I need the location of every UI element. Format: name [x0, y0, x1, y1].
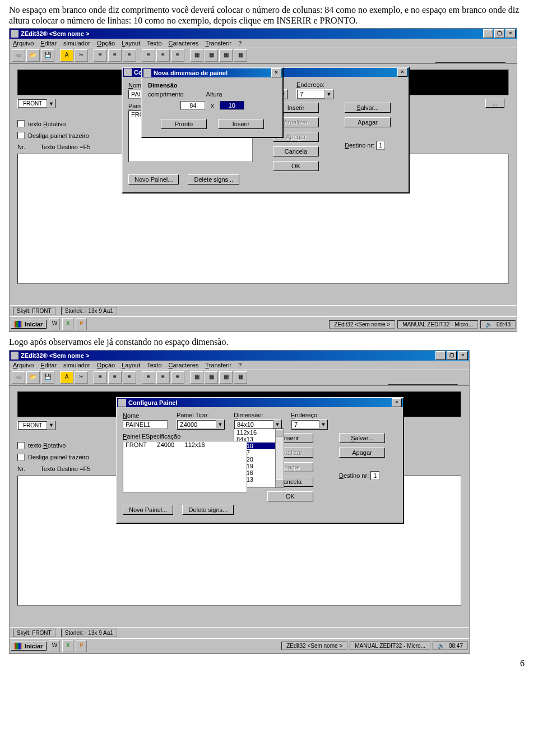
tool-a-icon[interactable]: A — [60, 371, 73, 384]
input-destino-nr[interactable]: 1 — [376, 141, 385, 150]
menu-arquivo[interactable]: AArquivorquivo — [13, 40, 34, 47]
task-button-manual[interactable]: MANUAL ZEDIT32 - Micro... — [350, 642, 430, 650]
input-comprimento[interactable]: 84 — [180, 101, 205, 110]
button-ok[interactable]: OK — [267, 491, 313, 501]
button-novo-painel[interactable]: Novo Painel... — [128, 174, 179, 185]
button-apagar2[interactable]: Apagar — [339, 448, 385, 458]
select-endereco[interactable]: 7▼ — [291, 420, 328, 430]
tool-icon-4[interactable]: ▦ — [234, 49, 247, 62]
tool-icon-2[interactable]: ▦ — [205, 49, 218, 62]
dialog-close-button[interactable]: × — [392, 398, 402, 407]
task-button-zedit[interactable]: ZEdit32 <Sem nome > — [329, 320, 395, 329]
open-icon[interactable]: 📂 — [26, 371, 40, 384]
start-button[interactable]: Iniciar — [11, 642, 47, 651]
button-delete-signs[interactable]: Delete signs... — [188, 174, 239, 185]
select-tipo[interactable]: Z4000▼ — [177, 420, 225, 430]
input-altura[interactable]: 10 — [220, 101, 244, 110]
menu-editar[interactable]: Editar — [40, 40, 57, 47]
dialog-close-button[interactable]: × — [271, 68, 281, 77]
valign-mid-icon[interactable]: ≡ — [156, 49, 170, 62]
valign-bottom-icon[interactable]: ≡ — [171, 371, 184, 384]
menu-help[interactable]: ? — [238, 40, 242, 47]
button-novo-painel[interactable]: Novo Painel... — [123, 505, 173, 515]
sign-selector[interactable]: FRONT ▼ — [17, 99, 55, 108]
close-button[interactable]: × — [505, 29, 516, 38]
menu-texto[interactable]: Texto — [147, 40, 161, 47]
tool-icon-1[interactable]: ▦ — [190, 49, 203, 62]
button-delete-signs[interactable]: Delete signs... — [182, 505, 234, 515]
tool-icon-3[interactable]: ▦ — [219, 49, 233, 62]
menu-opcao[interactable]: Opção — [97, 40, 115, 47]
open-icon[interactable]: 📂 — [26, 49, 40, 62]
tool-icon-2[interactable]: ▦ — [205, 371, 218, 384]
valign-bottom-icon[interactable]: ≡ — [171, 49, 184, 62]
menu-caracteres[interactable]: Caracteres — [169, 40, 199, 47]
button-cancela[interactable]: Cancela — [273, 146, 319, 156]
button-salvar[interactable]: Salvar... — [339, 433, 385, 443]
button-inserir-dim[interactable]: Inserir — [218, 119, 264, 129]
valign-top-icon[interactable]: ≡ — [142, 49, 155, 62]
sign-selector[interactable]: FRONT ▼ — [17, 421, 55, 430]
menu-transferir[interactable]: Transferir — [205, 362, 231, 368]
new-icon[interactable]: ▭ — [12, 371, 25, 384]
menu-transferir[interactable]: Transferir — [205, 40, 231, 47]
input-nome[interactable]: PAINEL1 — [123, 420, 168, 429]
select-endereco[interactable]: 7▼ — [296, 89, 333, 99]
align-right-icon[interactable]: ≡ — [123, 371, 136, 384]
menu-opcao[interactable]: Opção — [97, 362, 115, 368]
tool-a-icon[interactable]: A — [60, 49, 73, 62]
button-ok[interactable]: OK — [273, 161, 319, 171]
menu-simulador[interactable]: simulador — [63, 40, 90, 47]
input-destino-nr[interactable]: 1 — [370, 471, 379, 480]
checkbox-rotativo[interactable] — [17, 442, 25, 449]
menu-arquivo[interactable]: Arquivo — [13, 362, 34, 368]
cut-icon[interactable]: ✂ — [75, 371, 88, 384]
save-icon[interactable]: 💾 — [41, 49, 54, 62]
minimize-button[interactable]: _ — [483, 29, 493, 38]
button-apagar2[interactable]: Apagar — [345, 117, 391, 127]
align-right-icon[interactable]: ≡ — [123, 49, 136, 62]
ellipsis-button[interactable]: ... — [485, 99, 504, 108]
menu-help[interactable]: ? — [238, 362, 242, 368]
dialog-close-button[interactable]: × — [397, 68, 407, 77]
quick-ppt-icon[interactable]: P — [76, 318, 87, 330]
scrollbar[interactable] — [275, 429, 284, 487]
task-button-manual[interactable]: MANUAL ZEDIT32 - Micro... — [397, 320, 478, 329]
menu-caracteres[interactable]: Caracteres — [169, 362, 199, 368]
task-button-zedit[interactable]: ZEdit32 <Sem nome > — [281, 642, 347, 650]
checkbox-desliga[interactable] — [17, 132, 25, 139]
quick-excel-icon[interactable]: X — [62, 318, 73, 330]
menu-texto[interactable]: Texto — [147, 362, 161, 368]
button-pronto[interactable]: Pronto — [161, 119, 207, 129]
list-item[interactable]: FRONT Z4000 112x16 — [123, 441, 247, 448]
tool-icon-1[interactable]: ▦ — [190, 371, 203, 384]
valign-mid-icon[interactable]: ≡ — [156, 371, 170, 384]
minimize-button[interactable]: _ — [435, 351, 446, 360]
menu-editar[interactable]: Editar — [40, 362, 57, 368]
save-icon[interactable]: 💾 — [41, 371, 54, 384]
quick-ppt-icon[interactable]: P — [76, 640, 87, 652]
quick-excel-icon[interactable]: X — [62, 640, 73, 652]
maximize-button[interactable]: ▢ — [447, 351, 457, 360]
cut-icon[interactable]: ✂ — [75, 49, 88, 62]
quick-word-icon[interactable]: W — [49, 318, 60, 330]
start-button[interactable]: Iniciar — [11, 320, 47, 329]
menu-layout[interactable]: Layout — [122, 40, 140, 47]
align-center-icon[interactable]: ≡ — [108, 371, 122, 384]
checkbox-desliga[interactable] — [17, 454, 25, 461]
maximize-button[interactable]: ▢ — [494, 29, 504, 38]
align-left-icon[interactable]: ≡ — [94, 49, 107, 62]
button-salvar[interactable]: Salvar... — [345, 103, 391, 113]
valign-top-icon[interactable]: ≡ — [142, 371, 155, 384]
listbox-spec[interactable]: FRONT Z4000 112x16 — [123, 441, 247, 492]
checkbox-rotativo[interactable] — [17, 120, 25, 127]
tool-icon-4[interactable]: ▦ — [234, 371, 247, 384]
close-button[interactable]: × — [458, 351, 468, 360]
tool-icon-3[interactable]: ▦ — [219, 371, 233, 384]
menu-simulador[interactable]: simulador — [63, 362, 90, 368]
align-left-icon[interactable]: ≡ — [94, 371, 107, 384]
menu-layout[interactable]: Layout — [122, 362, 140, 368]
new-icon[interactable]: ▭ — [12, 49, 25, 62]
align-center-icon[interactable]: ≡ — [108, 49, 122, 62]
quick-word-icon[interactable]: W — [49, 640, 60, 652]
